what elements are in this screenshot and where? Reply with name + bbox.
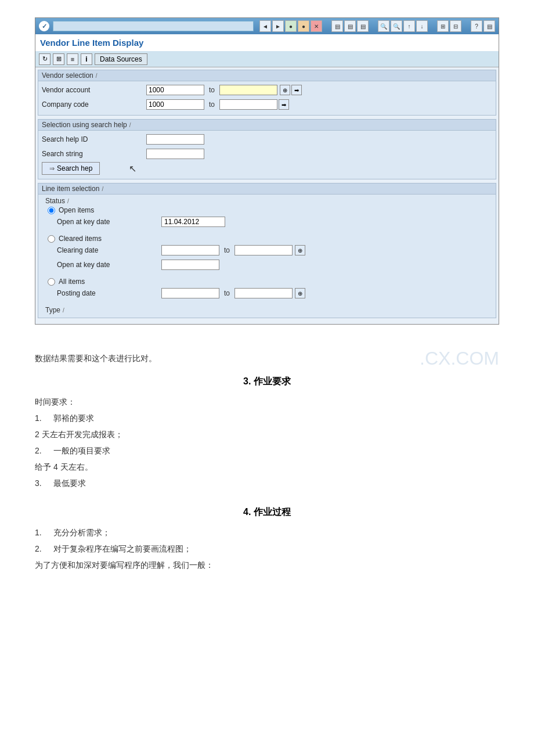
section3-heading: 3. 作业要求 xyxy=(35,376,499,388)
search-string-row: Search string xyxy=(42,147,492,160)
title-input[interactable] xyxy=(53,21,254,31)
info-btn[interactable]: i xyxy=(81,53,92,65)
app-title: Vendor Line Item Display xyxy=(35,34,499,51)
vendor-account-nav-btn[interactable]: ⊕ xyxy=(280,85,290,95)
company-code-row: Company code to ➡ xyxy=(42,98,492,111)
posting-date-row: Posting date to ⊕ xyxy=(57,287,492,300)
vendor-selection-header: Vendor selection xyxy=(38,70,496,81)
item2-num: 2. xyxy=(35,446,49,456)
process3-text: 为了方便和加深对要编写程序的理解，我们一般： xyxy=(35,560,499,571)
search-string-input[interactable] xyxy=(146,149,204,159)
open-at-key-date2-label: Open at key date xyxy=(57,261,161,269)
multi-btn[interactable]: ⊞ xyxy=(53,53,64,65)
sap-logo xyxy=(39,21,49,31)
item3: 3. 最低要求 xyxy=(35,478,499,489)
find4-icon[interactable]: ↓ xyxy=(416,20,428,32)
process2-text: 对于复杂程序在编写之前要画流程图； xyxy=(53,544,192,555)
company-code-to-input[interactable] xyxy=(219,99,277,110)
title-bar: ◄ ► ● ● ✕ ▤ ▤ ▤ 🔍 🔍 ↑ ↓ ⊞ ⊟ xyxy=(35,18,499,34)
open-at-key-date-row: Open at key date xyxy=(57,215,492,228)
search-help-id-input[interactable] xyxy=(146,134,204,145)
posting-date-nav-btn[interactable]: ⊕ xyxy=(295,288,305,298)
posting-date-to-input[interactable] xyxy=(234,288,293,298)
search-help-section: Selection using search help Search help … xyxy=(38,119,496,179)
item2-text: 一般的项目要求 xyxy=(53,446,110,456)
line-item-selection-body: Status Open items Open at key date xyxy=(38,195,496,318)
print2-icon[interactable]: ▤ xyxy=(344,20,356,32)
posting-date-to: to xyxy=(224,289,230,297)
cycle-btn[interactable]: ↻ xyxy=(39,53,50,65)
back-icon[interactable]: ◄ xyxy=(259,20,271,32)
vendor-account-input[interactable] xyxy=(146,85,204,95)
compare-text: 数据结果需要和这个表进行比对。 xyxy=(35,354,157,363)
process2: 2. 对于复杂程序在编写之前要画流程图； xyxy=(35,544,499,555)
cleared-items-radio[interactable] xyxy=(48,235,55,243)
layout-btn[interactable]: ≡ xyxy=(67,53,78,65)
help2-icon[interactable]: ▤ xyxy=(484,20,495,32)
item1: 1. 郭裕的要求 xyxy=(35,413,499,424)
vendor-account-label: Vendor account xyxy=(42,86,146,94)
form-area: Vendor selection Vendor account to ⊕ ➡ C… xyxy=(35,67,499,324)
company-code-input[interactable] xyxy=(146,99,204,110)
vendor-selection-section: Vendor selection Vendor account to ⊕ ➡ C… xyxy=(38,70,496,116)
line-item-selection-header: Line item selection xyxy=(38,183,496,195)
vendor-account-arrow-btn[interactable]: ➡ xyxy=(291,85,302,95)
nav-icon1[interactable]: ● xyxy=(285,20,297,32)
time-req-heading: 时间要求： xyxy=(35,397,499,408)
nav-icon3[interactable]: ✕ xyxy=(311,20,322,32)
print-icon[interactable]: ▤ xyxy=(331,20,343,32)
data-sources-button[interactable]: Data Sources xyxy=(95,53,147,65)
open-items-row: Open items xyxy=(45,206,492,214)
page-content: 数据结果需要和这个表进行比对。 .CX.COM 3. 作业要求 时间要求： 1.… xyxy=(0,342,534,588)
open-at-key-date2-input[interactable] xyxy=(161,260,219,270)
search-help-arrow-icon: ⇒ xyxy=(49,165,55,172)
item2-desc: 给予 4 天左右。 xyxy=(35,462,499,473)
find3-icon[interactable]: ↑ xyxy=(403,20,415,32)
clearing-date-input[interactable] xyxy=(161,245,219,255)
company-code-arrow-btn[interactable]: ➡ xyxy=(279,99,289,110)
compare-text-area: 数据结果需要和这个表进行比对。 .CX.COM xyxy=(35,354,499,364)
posting-date-input[interactable] xyxy=(161,288,219,298)
grid-icon[interactable]: ⊞ xyxy=(437,20,449,32)
search-help-btn-row: ⇒ Search hep ↖ xyxy=(42,162,492,175)
print3-icon[interactable]: ▤ xyxy=(357,20,369,32)
open-at-key-date-input[interactable] xyxy=(161,217,225,227)
search-help-btn-label: Search hep xyxy=(57,164,92,172)
cleared-items-label: Cleared items xyxy=(59,235,102,243)
item3-num: 3. xyxy=(35,478,49,489)
vendor-selection-body: Vendor account to ⊕ ➡ Company code to ➡ xyxy=(38,81,496,115)
vendor-account-row: Vendor account to ⊕ ➡ xyxy=(42,84,492,96)
item1-desc: 2 天左右开发完成报表； xyxy=(35,430,499,440)
search-string-label: Search string xyxy=(42,150,146,158)
all-items-radio[interactable] xyxy=(48,278,55,286)
clearing-date-to: to xyxy=(224,246,230,254)
clearing-date-nav-btn[interactable]: ⊕ xyxy=(295,245,305,255)
item3-text: 最低要求 xyxy=(53,478,86,489)
vendor-account-to-input[interactable] xyxy=(219,85,277,95)
help-icon[interactable]: ? xyxy=(471,20,482,32)
cursor-indicator: ↖ xyxy=(129,163,136,174)
search-help-header: Selection using search help xyxy=(38,120,496,131)
clearing-date-label: Clearing date xyxy=(57,246,161,254)
item2: 2. 一般的项目要求 xyxy=(35,446,499,456)
process2-num: 2. xyxy=(35,544,49,555)
company-code-label: Company code xyxy=(42,100,146,109)
process1-text: 充分分析需求； xyxy=(53,528,110,538)
clearing-date-row: Clearing date to ⊕ xyxy=(57,244,492,257)
find2-icon[interactable]: 🔍 xyxy=(391,20,402,32)
process1-num: 1. xyxy=(35,528,49,538)
status-label: Status xyxy=(45,197,492,205)
forward-icon[interactable]: ► xyxy=(272,20,284,32)
sap-window: ◄ ► ● ● ✕ ▤ ▤ ▤ 🔍 🔍 ↑ ↓ ⊞ ⊟ xyxy=(35,17,499,325)
grid2-icon[interactable]: ⊟ xyxy=(450,20,461,32)
divider1 xyxy=(35,495,499,506)
line-item-selection-section: Line item selection Status Open items Op… xyxy=(38,183,496,318)
open-at-key-date-label: Open at key date xyxy=(57,218,161,226)
search-help-button[interactable]: ⇒ Search hep xyxy=(42,162,100,175)
open-items-radio[interactable] xyxy=(48,207,55,214)
find-icon[interactable]: 🔍 xyxy=(378,20,389,32)
mouse-cursor-icon: ↖ xyxy=(129,164,136,174)
search-help-id-row: Search help ID xyxy=(42,133,492,146)
clearing-date-to-input[interactable] xyxy=(234,245,293,255)
nav-icon2[interactable]: ● xyxy=(298,20,309,32)
